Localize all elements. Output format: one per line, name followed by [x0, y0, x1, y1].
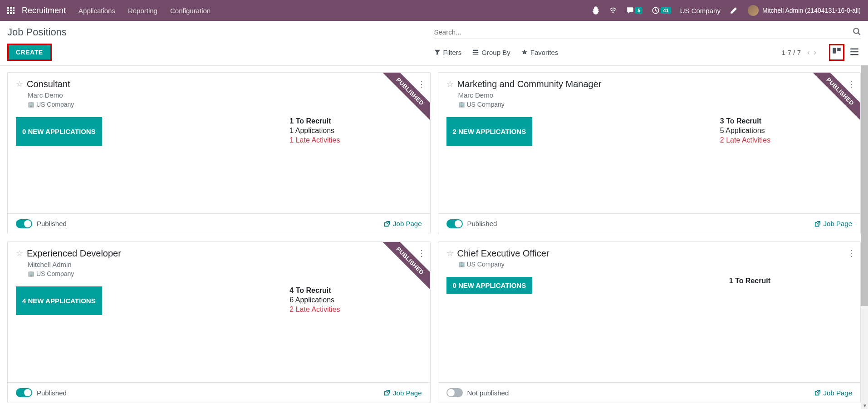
new-applications-button[interactable]: 4 NEW APPLICATIONS	[16, 286, 102, 315]
scrollbar-down-icon[interactable]: ▼	[863, 403, 867, 408]
new-applications-button[interactable]: 0 NEW APPLICATIONS	[446, 277, 533, 294]
avatar	[748, 5, 759, 16]
scrollbar-thumb[interactable]	[861, 65, 868, 306]
job-title: Chief Executive Officer	[457, 248, 549, 259]
job-title: Experienced Developer	[27, 248, 121, 259]
filters-button[interactable]: Filters	[434, 49, 462, 56]
publish-label: Published	[37, 220, 67, 227]
star-icon[interactable]: ☆	[16, 79, 23, 89]
building-icon: 🏢	[28, 101, 34, 108]
card-menu-icon[interactable]: ⋮	[417, 248, 426, 258]
new-applications-button[interactable]: 0 NEW APPLICATIONS	[16, 117, 102, 146]
wifi-icon[interactable]	[609, 6, 617, 15]
late-activities-stat: 2 Late Activities	[289, 306, 340, 314]
job-title: Marketing and Community Manager	[457, 79, 602, 89]
create-button[interactable]: CREATE	[7, 44, 52, 61]
job-company: 🏢 US Company	[28, 270, 422, 277]
search-icon[interactable]	[853, 27, 861, 37]
to-recruit-stat: 4 To Recruit	[289, 286, 340, 295]
svg-rect-9	[850, 54, 858, 55]
star-icon[interactable]: ☆	[446, 79, 454, 89]
svg-rect-5	[833, 48, 836, 54]
publish-label: Published	[37, 389, 67, 397]
view-switcher	[829, 44, 861, 61]
late-activities-stat: 2 Late Activities	[720, 136, 770, 144]
job-title: Consultant	[27, 79, 70, 89]
job-page-link[interactable]: Job Page	[814, 389, 852, 397]
card-menu-icon[interactable]: ⋮	[417, 79, 426, 89]
job-company: 🏢 US Company	[458, 101, 853, 108]
to-recruit-stat: 1 To Recruit	[289, 117, 340, 125]
chat-badge: 5	[635, 7, 642, 14]
menu-configuration[interactable]: Configuration	[170, 7, 211, 15]
job-card[interactable]: PUBLISHED ⋮ ☆ Experienced Developer Mitc…	[7, 241, 431, 404]
new-applications-button[interactable]: 2 NEW APPLICATIONS	[446, 117, 533, 146]
pager-prev-icon[interactable]: ‹	[807, 48, 810, 57]
building-icon: 🏢	[458, 261, 465, 267]
publish-toggle[interactable]	[16, 388, 32, 397]
star-icon[interactable]: ☆	[16, 248, 23, 259]
late-activities-stat: 1 Late Activities	[289, 136, 340, 144]
chat-icon[interactable]: 5	[626, 6, 642, 15]
job-card[interactable]: PUBLISHED ⋮ ☆ Consultant Marc Demo 🏢 US …	[7, 72, 431, 234]
clock-badge: 41	[661, 7, 671, 14]
publish-toggle[interactable]	[446, 219, 463, 228]
job-page-link[interactable]: Job Page	[384, 220, 422, 227]
pager-next-icon[interactable]: ›	[814, 48, 816, 57]
job-page-link[interactable]: Job Page	[384, 389, 422, 397]
job-company: 🏢 US Company	[28, 101, 422, 108]
svg-rect-6	[837, 48, 841, 51]
to-recruit-stat: 1 To Recruit	[729, 277, 770, 285]
applications-stat: 6 Applications	[289, 296, 340, 304]
kanban-view-button[interactable]	[829, 44, 844, 61]
tools-icon[interactable]	[730, 6, 738, 15]
applications-stat: 1 Applications	[289, 127, 340, 135]
search-input[interactable]	[434, 28, 849, 36]
job-manager: Mitchell Admin	[28, 261, 422, 268]
star-icon[interactable]: ☆	[446, 248, 454, 259]
favorites-button[interactable]: Favorites	[521, 49, 559, 56]
page-title: Job Positions	[7, 26, 434, 38]
menu-applications[interactable]: Applications	[78, 7, 115, 15]
card-menu-icon[interactable]: ⋮	[848, 79, 856, 89]
publish-label: Not published	[467, 389, 509, 397]
building-icon: 🏢	[28, 271, 34, 277]
svg-rect-8	[850, 51, 858, 52]
company-selector[interactable]: US Company	[680, 7, 721, 15]
publish-toggle[interactable]	[446, 388, 463, 397]
svg-rect-4	[473, 54, 478, 55]
svg-rect-7	[850, 48, 858, 49]
job-card[interactable]: PUBLISHED ⋮ ☆ Marketing and Community Ma…	[438, 72, 861, 234]
search-box[interactable]	[434, 25, 861, 39]
kanban-view: PUBLISHED ⋮ ☆ Consultant Marc Demo 🏢 US …	[0, 66, 868, 409]
publish-toggle[interactable]	[16, 219, 32, 228]
job-page-link[interactable]: Job Page	[814, 220, 852, 227]
navbar: Recruitment Applications Reporting Confi…	[0, 0, 868, 21]
building-icon: 🏢	[458, 101, 465, 108]
pager: 1-7 / 7 ‹ ›	[781, 48, 818, 57]
apps-icon[interactable]	[7, 7, 15, 14]
job-company: 🏢 US Company	[458, 261, 853, 268]
bug-icon[interactable]	[592, 6, 600, 15]
svg-point-1	[853, 28, 858, 33]
user-name: Mitchell Admin (21404131-16-0-all)	[762, 7, 861, 14]
svg-rect-3	[473, 52, 478, 53]
publish-label: Published	[467, 220, 497, 227]
job-manager: Marc Demo	[458, 91, 853, 99]
clock-icon[interactable]: 41	[652, 6, 671, 15]
groupby-button[interactable]: Group By	[472, 49, 510, 56]
user-menu[interactable]: Mitchell Admin (21404131-16-0-all)	[748, 5, 861, 16]
to-recruit-stat: 3 To Recruit	[720, 117, 770, 125]
scrollbar[interactable]: ▼	[861, 65, 868, 409]
pager-text[interactable]: 1-7 / 7	[781, 49, 801, 56]
svg-rect-2	[473, 50, 478, 51]
card-menu-icon[interactable]: ⋮	[848, 248, 856, 258]
job-card[interactable]: ⋮ ☆ Chief Executive Officer 🏢 US Company…	[438, 241, 861, 404]
menu-reporting[interactable]: Reporting	[128, 7, 157, 15]
control-panel: Job Positions CREATE Filters Group By Fa…	[0, 21, 868, 66]
applications-stat: 5 Applications	[720, 127, 770, 135]
job-manager: Marc Demo	[28, 91, 422, 99]
brand[interactable]: Recruitment	[22, 6, 66, 15]
list-view-button[interactable]	[848, 45, 861, 59]
